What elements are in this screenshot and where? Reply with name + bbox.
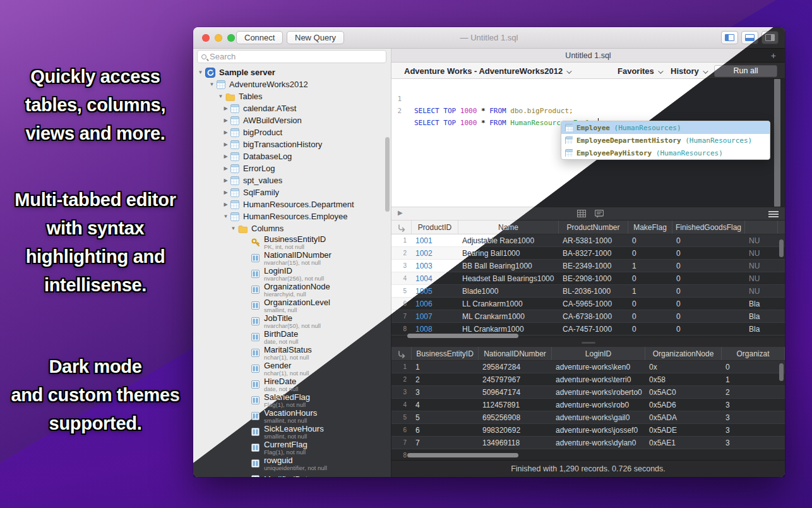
table-row[interactable]: 71007ML Crankarm1000CA-6738-100000Bla bbox=[391, 310, 785, 323]
tree-item-table[interactable]: ▶ spt_values bbox=[193, 174, 391, 186]
column-header[interactable]: NationalIDNumber bbox=[479, 347, 552, 360]
favorites-dropdown[interactable]: Favorites bbox=[618, 66, 662, 76]
column-item[interactable]: CurrentFlagFlag(1), not null bbox=[193, 440, 391, 456]
tree-item-table[interactable]: ▶ ErrorLog bbox=[193, 162, 391, 174]
tree-item-tables-folder[interactable]: ▼ Tables bbox=[193, 90, 391, 102]
tree-item-database[interactable]: ▼ AdventureWorks2012 bbox=[193, 78, 391, 90]
disclosure-triangle-collapsed[interactable]: ▶ bbox=[222, 178, 229, 183]
autocomplete-popup: Employee (HumanResources) EmployeeDepart… bbox=[561, 121, 770, 160]
disclosure-triangle-expanded[interactable]: ▼ bbox=[197, 70, 204, 75]
disclosure-triangle-expanded[interactable]: ▼ bbox=[222, 214, 229, 219]
table-row[interactable]: 66998320692adventure-works\jossef00x5ADE… bbox=[391, 424, 785, 437]
vertical-scrollbar[interactable] bbox=[779, 239, 784, 257]
grid-view-icon[interactable] bbox=[577, 210, 785, 219]
export-icon[interactable] bbox=[391, 347, 412, 360]
vertical-scrollbar[interactable] bbox=[779, 363, 784, 381]
search-input[interactable]: Search bbox=[197, 50, 386, 63]
disclosure-triangle-collapsed[interactable]: ▶ bbox=[222, 106, 229, 111]
column-name: rowguid bbox=[264, 456, 327, 464]
table-row[interactable]: 33509647174adventure-works\roberto00x5AC… bbox=[391, 386, 785, 399]
table-row[interactable]: 44112457891adventure-works\rob00x5AD63 bbox=[391, 399, 785, 411]
column-header[interactable] bbox=[745, 221, 778, 234]
tree-label: ErrorLog bbox=[243, 164, 275, 173]
editor-scrollbar[interactable] bbox=[774, 79, 780, 207]
disclosure-triangle-collapsed[interactable]: ▶ bbox=[222, 202, 229, 207]
tab-untitled[interactable]: Untitled 1.sql bbox=[391, 51, 785, 60]
results-menu-icon[interactable] bbox=[768, 211, 779, 217]
disclosure-triangle-collapsed[interactable]: ▶ bbox=[222, 154, 229, 159]
tree-item-server[interactable]: ▼ Sample server bbox=[193, 66, 391, 78]
sidebar-scrollbar[interactable] bbox=[385, 137, 390, 212]
table-icon bbox=[230, 188, 239, 197]
tree-item-table[interactable]: ▶ HumanResources.Department bbox=[193, 198, 391, 210]
tree-item-table[interactable]: ▶ DatabaseLog bbox=[193, 150, 391, 162]
sidebar-panel-icon bbox=[725, 34, 734, 41]
table-row[interactable]: 61006LL Crankarm1000CA-5965-100000Bla bbox=[391, 298, 785, 310]
column-header[interactable]: OrganizationNode bbox=[645, 347, 722, 360]
disclosure-triangle-collapsed[interactable]: ▶ bbox=[222, 118, 229, 123]
autocomplete-item[interactable]: EmployeeDepartmentHistory (HumanResource… bbox=[561, 134, 770, 147]
table-row[interactable]: 22245797967adventure-works\terri00x581 bbox=[391, 373, 785, 386]
history-dropdown[interactable]: History bbox=[671, 66, 707, 76]
play-icon[interactable]: ▶ bbox=[398, 209, 403, 216]
export-icon[interactable] bbox=[391, 221, 412, 234]
column-header[interactable]: Organizat bbox=[722, 347, 785, 360]
column-item[interactable]: NationalIDNumbernvarchar(15), not null bbox=[193, 250, 391, 266]
column-header[interactable]: ProductID bbox=[412, 221, 458, 234]
column-item[interactable]: JobTitlenvarchar(50), not null bbox=[193, 313, 391, 329]
disclosure-triangle-collapsed[interactable]: ▶ bbox=[222, 130, 229, 135]
tree-label: AWBuildVersion bbox=[243, 116, 302, 125]
disclosure-triangle-expanded[interactable]: ▼ bbox=[217, 94, 224, 99]
column-icon bbox=[251, 333, 260, 341]
column-icon bbox=[251, 365, 260, 373]
autocomplete-item[interactable]: EmployeePayHistory (HumanResources) bbox=[561, 147, 770, 159]
disclosure-triangle-expanded[interactable]: ▼ bbox=[208, 82, 215, 87]
column-header[interactable]: BusinessEntityID bbox=[412, 347, 479, 360]
column-item[interactable]: LoginIDnvarchar(256), not null bbox=[193, 266, 391, 282]
table-icon bbox=[230, 116, 239, 125]
column-item[interactable]: OrganizationLevelsmallint, null bbox=[193, 298, 391, 313]
tree-item-columns-folder[interactable]: ▼ Columns bbox=[193, 222, 391, 234]
tree-item-table[interactable]: ▶ bigTransactionHistory bbox=[193, 138, 391, 150]
table-row[interactable]: 51005Blade1000BL-2036-100010NU bbox=[391, 285, 785, 298]
column-item[interactable]: rowguiduniqueidentifier, not null bbox=[193, 456, 391, 471]
column-header[interactable]: FinishedGoodsFlag bbox=[672, 221, 745, 234]
tree-item-table[interactable]: ▶ AWBuildVersion bbox=[193, 114, 391, 126]
disclosure-triangle-collapsed[interactable]: ▶ bbox=[222, 142, 229, 147]
splitter-handle[interactable] bbox=[582, 342, 595, 344]
connection-selector[interactable]: Adventure Works - AdventureWorks2012 bbox=[404, 66, 570, 76]
column-header[interactable]: MakeFlag bbox=[628, 221, 672, 234]
disclosure-triangle-collapsed[interactable]: ▶ bbox=[222, 190, 229, 195]
pane-splitter[interactable] bbox=[391, 338, 785, 347]
table-row[interactable]: 55695256908adventure-works\gail00x5ADA3 bbox=[391, 411, 785, 424]
column-item[interactable]: ModifiedDate bbox=[193, 471, 391, 477]
messages-icon[interactable] bbox=[595, 210, 604, 221]
horizontal-scrollbar[interactable] bbox=[407, 334, 518, 338]
tree-item-table-employee[interactable]: ▼ HumanResources.Employee bbox=[193, 210, 391, 222]
chevron-down-icon bbox=[703, 68, 708, 73]
table-row[interactable]: 77134969118adventure-works\dylan00x5AE13 bbox=[391, 437, 785, 449]
column-meta: smallint, null bbox=[264, 307, 330, 313]
marketing-line: and custom themes bbox=[0, 381, 191, 409]
column-item[interactable]: OrganizationNodehierarchyid, null bbox=[193, 282, 391, 298]
tree-item-table[interactable]: ▶ bigProduct bbox=[193, 126, 391, 138]
horizontal-scrollbar[interactable] bbox=[407, 453, 518, 457]
table-icon bbox=[230, 212, 239, 221]
disclosure-triangle-collapsed[interactable]: ▶ bbox=[222, 166, 229, 171]
column-item[interactable]: BusinessEntityIDPK, int, not null bbox=[193, 234, 391, 250]
disclosure-triangle-expanded[interactable]: ▼ bbox=[230, 226, 237, 231]
server-icon bbox=[205, 68, 215, 78]
table-row[interactable]: 41004Headset Ball Bearings1000BE-2908-10… bbox=[391, 272, 785, 285]
column-name: BirthDate bbox=[264, 330, 298, 338]
run-all-button[interactable]: Run all bbox=[714, 65, 777, 77]
column-header[interactable]: ProductNumber bbox=[559, 221, 628, 234]
tree-item-table[interactable]: ▶ calendar.ATest bbox=[193, 102, 391, 114]
autocomplete-item-selected[interactable]: Employee (HumanResources) bbox=[561, 121, 770, 134]
column-meta: hierarchyid, null bbox=[264, 291, 330, 298]
table-row[interactable]: 11295847284adventure-works\ken00x0 bbox=[391, 361, 785, 373]
tree-item-table[interactable]: ▶ SqlFamily bbox=[193, 186, 391, 198]
column-header[interactable]: LoginID bbox=[552, 347, 645, 360]
toggle-sidebar-button[interactable] bbox=[721, 31, 738, 44]
titlebar[interactable]: Connect New Query — Untitled 1.sql bbox=[193, 27, 785, 49]
add-tab-button[interactable]: + bbox=[771, 51, 776, 61]
